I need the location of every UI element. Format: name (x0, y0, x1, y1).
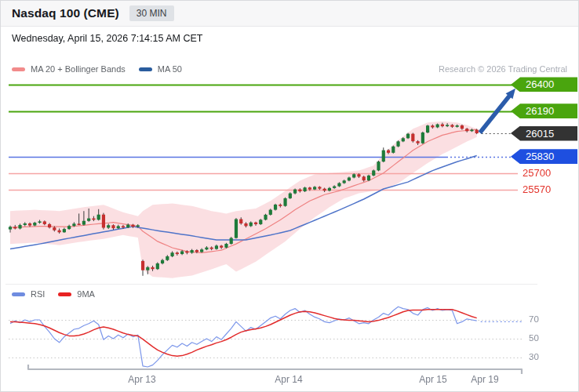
ma9-legend-label: 9MA (77, 289, 95, 299)
rsi-scale-50: 50 (529, 333, 539, 343)
research-credit: Research © 2026 Trading Central (439, 64, 567, 74)
rsi-legend: RSI 9MA (12, 289, 95, 299)
instrument-title: Nasdaq 100 (CME) (12, 6, 119, 20)
chart-widget: Nasdaq 100 (CME) 30 MIN Wednesday, April… (0, 0, 579, 392)
header-bar: Nasdaq 100 (CME) 30 MIN (1, 1, 578, 27)
ma50-legend-swatch (139, 67, 152, 71)
bollinger-legend-swatch (12, 67, 25, 71)
candlestick-chart-canvas[interactable] (1, 1, 579, 392)
price-label-26190: 26190 (511, 103, 577, 118)
x-axis-label-apr-14: Apr 14 (275, 374, 302, 385)
x-axis-label-apr-13: Apr 13 (128, 374, 155, 385)
price-label-26400: 26400 (511, 77, 577, 92)
rsi-legend-swatch (12, 292, 25, 296)
x-axis-label-apr-15: Apr 15 (419, 374, 446, 385)
ma9-legend-swatch (58, 292, 71, 296)
x-axis-label-apr-19: Apr 19 (471, 374, 498, 385)
rsi-scale-30: 30 (529, 352, 539, 361)
datetime-label: Wednesday, April 15, 2026 7:14:15 AM CET (12, 33, 202, 44)
last-price-label: 26015 (511, 126, 577, 141)
price-label-25830: 25830 (511, 149, 577, 164)
timeframe-badge: 30 MIN (129, 5, 174, 21)
bollinger-legend-label: MA 20 + Bollinger Bands (31, 64, 126, 74)
main-chart-legend: MA 20 + Bollinger Bands MA 50 (12, 64, 182, 74)
price-label-25700: 25700 (523, 167, 551, 179)
price-label-25570: 25570 (523, 183, 551, 195)
rsi-legend-label: RSI (31, 289, 45, 299)
rsi-scale-70: 70 (529, 314, 539, 324)
ma50-legend-label: MA 50 (158, 64, 182, 74)
